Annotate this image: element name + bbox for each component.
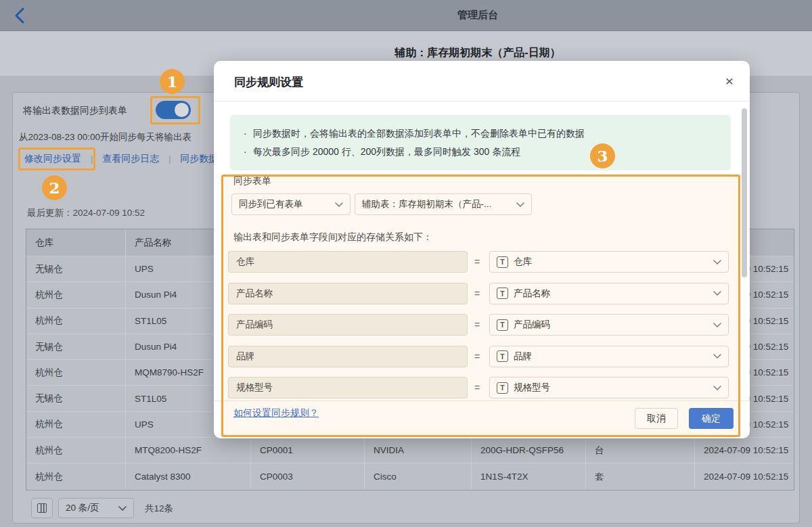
table-cell: Catalyst 8300: [126, 463, 251, 489]
table-cell: 套: [586, 463, 695, 489]
table-cell: Cisco: [365, 463, 472, 489]
toggle-knob-icon: [175, 103, 189, 117]
dialog-title: 同步规则设置: [234, 74, 303, 90]
sync-toggle-label: 将输出表数据同步到表单: [23, 105, 127, 117]
text-field-type-icon: T: [497, 256, 508, 268]
table-cell: 杭州仓: [26, 308, 126, 334]
table-cell: 200G-HDR-QSFP56: [472, 438, 586, 463]
sync-mode-select[interactable]: 同步到已有表单: [231, 193, 351, 215]
table-cell: 无锡仓: [26, 256, 126, 282]
target-field-value: 产品名称: [514, 288, 708, 300]
chevron-down-icon: [713, 323, 721, 327]
target-field-select[interactable]: T仓库: [489, 251, 729, 273]
chevron-down-icon: [118, 506, 127, 511]
back-icon[interactable]: [11, 6, 30, 25]
chevron-down-icon: [516, 202, 524, 207]
note-text: 每次最多同步 20000 行、200列数据，最多同时触发 300 条流程: [253, 143, 520, 161]
table-cell: NVIDIA: [365, 438, 472, 463]
equals-sign: =: [474, 319, 480, 330]
table-cell: 台: [586, 438, 695, 463]
text-field-type-icon: T: [497, 382, 508, 394]
target-field-value: 仓库: [514, 256, 708, 268]
source-field-input: 产品名称: [228, 283, 468, 304]
table-cell: 杭州仓: [26, 463, 126, 489]
help-link[interactable]: 如何设置同步规则？: [233, 407, 319, 419]
source-field-input: 产品编码: [228, 314, 468, 336]
page: 管理后台 辅助：库存期初期末（产品-日期） 将输出表数据同步到表单 从2023-…: [0, 0, 812, 527]
sync-toggle[interactable]: [156, 101, 191, 119]
equals-sign: =: [474, 256, 480, 267]
top-app-bar: [0, 0, 812, 31]
table-cell: 2024-07-09 10:52:15: [695, 438, 794, 463]
target-field-select[interactable]: T产品编码: [489, 314, 729, 336]
note-line: · 每次最多同步 20000 行、200列数据，最多同时触发 300 条流程: [244, 143, 717, 161]
text-field-type-icon: T: [497, 350, 508, 362]
target-field-select[interactable]: T品牌: [489, 346, 729, 367]
close-icon[interactable]: ×: [720, 72, 739, 91]
target-field-value: 规格型号: [514, 382, 708, 394]
page-size-select[interactable]: 20 条/页: [58, 498, 134, 518]
target-field-select[interactable]: T产品名称: [489, 283, 729, 304]
dialog-header-divider: [214, 101, 750, 101]
column-settings-button[interactable]: [31, 498, 53, 518]
equals-sign: =: [474, 382, 480, 393]
modal-scrollbar[interactable]: [742, 108, 747, 277]
table-cell: 2024-07-09 10:52:15: [695, 463, 794, 489]
sync-schedule-text: 从2023-08-23 00:00开始同步每天将输出表: [19, 131, 191, 143]
source-field-input: 规格型号: [228, 377, 468, 398]
link-separator: |: [91, 154, 93, 164]
link-separator: |: [168, 154, 171, 164]
back-chevron-icon: [11, 6, 30, 25]
target-field-select[interactable]: T规格型号: [489, 377, 729, 398]
chevron-down-icon: [335, 202, 343, 207]
bullet-icon: ·: [244, 143, 253, 161]
table-cell: 杭州仓: [26, 438, 126, 463]
table-cell: 杭州仓: [26, 282, 126, 308]
chevron-down-icon: [713, 386, 721, 390]
source-field-input: 仓库: [228, 251, 468, 273]
dialog-footer-divider: [214, 400, 750, 401]
table-cell: CP0003: [251, 463, 365, 489]
target-field-value: 产品编码: [514, 319, 708, 331]
table-cell: MTQ8200-HS2F: [126, 438, 251, 463]
sync-link[interactable]: 同步数据: [180, 153, 218, 165]
text-field-type-icon: T: [497, 319, 508, 331]
app-title: 管理后台: [457, 9, 498, 22]
sync-form-label: 同步表单: [233, 175, 271, 187]
last-updated-text: 最后更新：2024-07-09 10:52: [27, 207, 145, 219]
equals-sign: =: [474, 288, 480, 299]
total-count-text: 共12条: [145, 503, 173, 515]
chevron-down-icon: [713, 260, 721, 265]
chevron-down-icon: [713, 354, 721, 359]
confirm-button[interactable]: 确定: [689, 408, 734, 429]
sync-link[interactable]: 修改同步设置: [24, 153, 81, 165]
bullet-icon: ·: [244, 124, 253, 143]
table-cell: 杭州仓: [26, 360, 126, 386]
table-cell: 1N1S-4T2X: [472, 463, 586, 489]
column-settings-icon: [37, 503, 47, 513]
target-form-value: 辅助表：库存期初期末（产品-...: [362, 198, 511, 210]
table-row: 杭州仓MTQ8200-HS2FCP0001NVIDIA200G-HDR-QSFP…: [26, 438, 794, 463]
sync-notes-box: · 同步数据时，会将输出表的全部数据添加到表单中，不会删除表单中已有的数据 · …: [230, 115, 731, 170]
target-form-select[interactable]: 辅助表：库存期初期末（产品-...: [355, 193, 532, 215]
page-size-value: 20 条/页: [66, 502, 113, 514]
target-field-value: 品牌: [514, 350, 708, 363]
note-line: · 同步数据时，会将输出表的全部数据添加到表单中，不会删除表单中已有的数据: [244, 124, 717, 143]
sync-link[interactable]: 查看同步日志: [102, 153, 159, 165]
sync-rule-dialog: 同步规则设置 × · 同步数据时，会将输出表的全部数据添加到表单中，不会删除表单…: [214, 61, 750, 438]
table-header-cell: 仓库: [26, 229, 126, 256]
table-cell: 无锡仓: [26, 386, 126, 411]
sync-mode-value: 同步到已有表单: [239, 198, 330, 210]
table-cell: 杭州仓: [26, 412, 126, 438]
table-row: 杭州仓Catalyst 8300CP0003Cisco1N1S-4T2X套202…: [26, 463, 794, 489]
source-field-input: 品牌: [228, 346, 468, 367]
cancel-button[interactable]: 取消: [635, 408, 678, 429]
note-text: 同步数据时，会将输出表的全部数据添加到表单中，不会删除表单中已有的数据: [253, 124, 585, 143]
sync-action-links: 修改同步设置|查看同步日志|同步数据: [24, 153, 218, 165]
chevron-down-icon: [713, 291, 721, 296]
text-field-type-icon: T: [497, 288, 508, 299]
table-cell: 无锡仓: [26, 334, 126, 360]
table-cell: CP0001: [251, 438, 365, 463]
equals-sign: =: [474, 351, 480, 362]
mapping-description: 输出表和同步表单字段间对应的存储关系如下：: [233, 231, 432, 244]
